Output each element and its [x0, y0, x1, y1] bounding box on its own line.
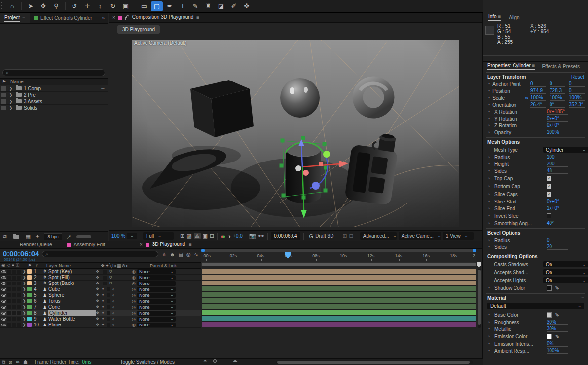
audio-cell[interactable]	[7, 270, 11, 274]
lock-cell[interactable]	[17, 270, 21, 274]
stopwatch-icon[interactable]: ◔	[487, 320, 494, 324]
parent-pickwhip-icon[interactable]: ◎	[130, 287, 137, 292]
pixel-aspect-icon[interactable]: ⊞	[342, 233, 347, 239]
stopwatch-icon[interactable]: ◔	[487, 88, 492, 93]
geometry-options-icon[interactable]: ⬨	[112, 311, 114, 316]
zoom-in-icon[interactable]: ⏶	[233, 357, 238, 364]
material-menu-icon[interactable]: ≡	[581, 295, 584, 301]
property-value[interactable]: 1x+0°	[547, 205, 568, 211]
effects-switch-icon[interactable]: ✦	[101, 299, 105, 303]
renderer-dropdown[interactable]: Advanced...⌄	[360, 232, 397, 240]
expand-chevron-icon[interactable]: ❯	[8, 99, 14, 104]
project-tabs-overflow[interactable]: »	[102, 15, 108, 21]
sphere-object[interactable]	[280, 78, 320, 118]
layer-label-color[interactable]	[27, 281, 32, 285]
comp-mini-flowchart-icon[interactable]: ⋔	[162, 252, 166, 257]
stopwatch-icon[interactable]: ◔	[487, 155, 494, 160]
toggle-switches-modes-button[interactable]: Toggle Switches / Modes	[120, 359, 175, 365]
layer-duration-bar[interactable]	[202, 322, 476, 327]
expand-layer-switches-icon[interactable]: ⧉	[2, 359, 5, 365]
property-dropdown[interactable]: Cylinder⌄	[543, 147, 588, 153]
visibility-eye-icon[interactable]	[1, 288, 6, 291]
new-folder-icon[interactable]	[13, 235, 19, 239]
motion-blur-cell[interactable]	[103, 276, 107, 280]
breadcrumb[interactable]: 3D Playground	[117, 25, 160, 34]
property-value[interactable]: 200	[547, 161, 568, 167]
property-value[interactable]: 0x+185°	[547, 109, 568, 115]
lock-cell[interactable]	[17, 317, 21, 321]
zoom-level[interactable]: 100 %	[111, 233, 125, 239]
lock-cell[interactable]	[17, 299, 21, 303]
effects-switch-icon[interactable]: ✦	[101, 317, 105, 321]
project-scrollbar[interactable]	[76, 235, 91, 238]
stopwatch-icon[interactable]: ◔	[487, 162, 494, 166]
solo-cell[interactable]	[12, 299, 16, 303]
audio-cell[interactable]	[7, 282, 11, 285]
expand-chevron-icon[interactable]: ❯	[21, 269, 27, 274]
property-value[interactable]: 0°	[550, 102, 565, 108]
parent-link-dropdown[interactable]: None⌄	[137, 269, 176, 274]
property-checkbox[interactable]: ✓	[547, 176, 551, 181]
color-swatch[interactable]	[547, 285, 552, 291]
comp-marker-bin-icon[interactable]	[477, 262, 481, 267]
property-dropdown[interactable]: On⌄	[543, 277, 588, 283]
property-value[interactable]: 100%	[530, 95, 546, 101]
eyedropper-icon[interactable]: ✐	[555, 285, 559, 291]
layer-row[interactable]: ❯1⛯Spot (Key)❖ᕫ◎None⌄	[0, 269, 201, 275]
interpret-footage-icon[interactable]: ⧉	[3, 233, 7, 240]
audio-cell[interactable]	[7, 276, 11, 280]
color-depth-button[interactable]: 8 bpc	[44, 233, 62, 240]
layer-row[interactable]: ❯10♟Plane❖✦⬨◎None⌄	[0, 322, 201, 328]
property-value[interactable]: 0	[530, 81, 546, 87]
close-timeline-tab-icon[interactable]: ×	[140, 242, 146, 247]
current-timecode[interactable]: 0:00:06:04	[0, 249, 42, 257]
quality-switch-icon[interactable]: ❖	[96, 299, 99, 303]
puppet-pin-tool-icon[interactable]: ✜	[241, 1, 253, 11]
parent-pickwhip-icon[interactable]: ◎	[130, 281, 137, 286]
audio-cell[interactable]	[7, 311, 11, 315]
tab-3d-playground[interactable]: 3D Playground	[152, 242, 185, 248]
solo-cell[interactable]	[12, 311, 16, 315]
timeline-column-header[interactable]: ◉◁●⚿ ⚑ # Layer Name ❖✦╲fx▦⊘◐ Parent & Li…	[0, 262, 201, 269]
current-time-indicator[interactable]	[288, 252, 288, 352]
stopwatch-icon[interactable]: ◔	[487, 285, 494, 290]
material-preset-dropdown[interactable]: Default⌄	[487, 303, 584, 309]
parent-link-dropdown[interactable]: None⌄	[137, 305, 176, 310]
solo-cell[interactable]	[12, 287, 16, 291]
project-item-row[interactable]: ❯Solids	[0, 105, 108, 111]
shy-layers-icon[interactable]: ☻	[170, 252, 175, 257]
layer-row[interactable]: ❯7♟Cone❖✦⬨◎None⌄	[0, 304, 201, 310]
layer-label-color[interactable]	[27, 269, 32, 274]
toolbar-grip[interactable]	[1, 2, 4, 11]
stopwatch-icon[interactable]: ◔	[487, 176, 494, 181]
viewport[interactable]: Active Camera (Default)	[132, 40, 459, 227]
timeline-nav-strip[interactable]	[201, 249, 476, 252]
parent-pickwhip-icon[interactable]: ◎	[130, 305, 137, 310]
parent-link-dropdown[interactable]: None⌄	[137, 299, 176, 304]
motion-blur-cell[interactable]	[107, 317, 110, 321]
layer-row[interactable]: ❯2⛯Spot (Fill)❖ᕫ◎None⌄	[0, 275, 201, 281]
property-value[interactable]: 100%	[550, 95, 565, 101]
motion-blur-cell[interactable]	[107, 299, 110, 303]
property-value[interactable]: 0	[547, 237, 568, 243]
property-value[interactable]: 30%	[547, 319, 568, 325]
lock-cell[interactable]	[17, 287, 21, 291]
region-of-interest-icon[interactable]: ▣	[203, 233, 208, 239]
stopwatch-icon[interactable]: ◔	[487, 238, 494, 243]
layer-name[interactable]: Water Bottle	[48, 316, 96, 322]
layer-name[interactable]: Sphere	[48, 292, 96, 298]
expand-chevron-icon[interactable]: ❯	[8, 86, 14, 91]
parent-pickwhip-icon[interactable]: ◎	[130, 317, 137, 322]
stopwatch-icon[interactable]: ◔	[487, 95, 492, 100]
expand-chevron-icon[interactable]: ❯	[8, 93, 14, 97]
audio-cell[interactable]	[7, 317, 11, 321]
layer-name[interactable]: Cube	[48, 286, 96, 292]
stamp-tool-icon[interactable]: ♜	[202, 1, 214, 11]
timeline-vertical-scrollbar[interactable]	[478, 269, 481, 328]
solo-cell[interactable]	[12, 305, 16, 309]
brush-tool-icon[interactable]: ✎	[189, 1, 201, 11]
parent-link-dropdown[interactable]: None⌄	[137, 281, 176, 286]
property-value[interactable]: 0	[569, 88, 585, 94]
reset-link[interactable]: Reset	[571, 74, 584, 80]
draft3d-ground-plane-icon[interactable]: ⟁	[194, 233, 201, 239]
